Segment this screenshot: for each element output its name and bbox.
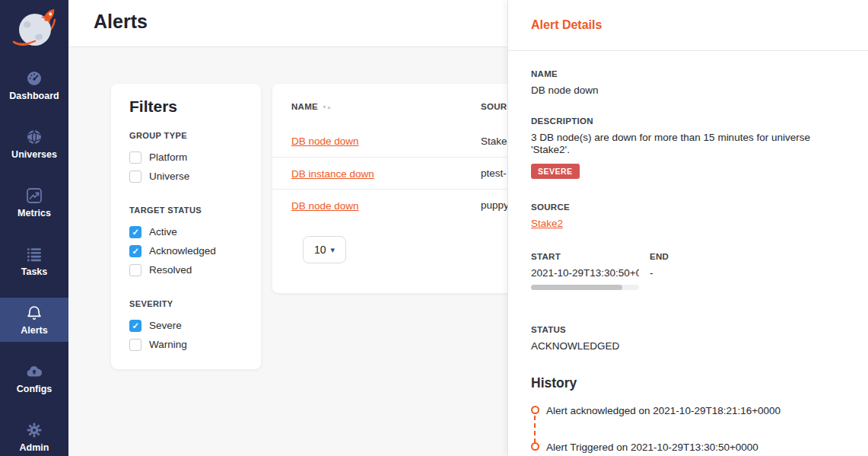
sidebar-item-label: Metrics — [0, 208, 68, 218]
filters-title: Filters — [129, 97, 243, 116]
history-item: Alert Triggered on 2021-10-29T13:30:50+0… — [531, 442, 845, 453]
history-item-text: Alert acknowledged on 2021-10-29T18:21:1… — [546, 405, 781, 416]
sidebar: Dashboard Universes Metrics Tasks Alerts — [0, 0, 68, 456]
filter-option-label: Warning — [149, 339, 187, 350]
sidebar-item-configs[interactable]: Configs — [0, 356, 68, 400]
name-value: DB node down — [531, 85, 845, 97]
timeline-dot-icon — [531, 406, 539, 414]
configs-cloud-icon — [0, 362, 68, 382]
filter-option-label: Active — [149, 226, 177, 238]
filters-panel: Filters GROUP TYPE Platform Universe TAR… — [111, 84, 261, 369]
filter-option-active[interactable]: Active — [129, 222, 243, 241]
name-label: NAME — [531, 69, 845, 80]
start-scrollbar-track — [531, 285, 639, 290]
description-label: DESCRIPTION — [531, 116, 845, 127]
checkbox-resolved[interactable] — [129, 264, 141, 276]
alert-details-body: NAME DB node down DESCRIPTION 3 DB node(… — [508, 51, 868, 453]
sidebar-item-label: Dashboard — [0, 91, 68, 101]
checkbox-active[interactable] — [129, 226, 141, 238]
app-window: Dashboard Universes Metrics Tasks Alerts — [0, 0, 868, 456]
filter-option-label: Acknowledged — [149, 245, 216, 257]
section-description: DESCRIPTION 3 DB node(s) are down for mo… — [531, 116, 845, 179]
end-column: END - — [650, 251, 669, 290]
section-start-end: START 2021-10-29T13:30:50+0000 END - — [531, 251, 845, 290]
checkbox-universe[interactable] — [129, 171, 141, 183]
sidebar-item-metrics[interactable]: Metrics — [0, 180, 68, 225]
sidebar-item-tasks[interactable]: Tasks — [0, 239, 68, 283]
sidebar-item-dashboard[interactable]: Dashboard — [0, 63, 68, 107]
filter-option-platform[interactable]: Platform — [129, 148, 243, 167]
sidebar-item-label: Tasks — [0, 266, 68, 277]
checkbox-acknowledged[interactable] — [129, 245, 141, 257]
admin-gear-icon — [0, 421, 68, 441]
section-history: History Alert acknowledged on 2021-10-29… — [531, 375, 845, 453]
filter-group-label-group-type: GROUP TYPE — [129, 131, 243, 140]
column-header-name[interactable]: NAME▼▲ — [291, 102, 481, 125]
metrics-icon — [0, 187, 68, 206]
alerts-bell-icon — [0, 304, 68, 324]
alert-details-title: Alert Details — [531, 18, 602, 32]
chevron-down-icon: ▾ — [331, 245, 335, 255]
start-scrollbar-thumb[interactable] — [531, 285, 622, 290]
section-name: NAME DB node down — [531, 69, 845, 97]
dashboard-icon — [0, 69, 68, 89]
filter-option-label: Platform — [149, 151, 187, 163]
description-value: 3 DB node(s) are down for more than 15 m… — [531, 132, 845, 156]
filter-option-resolved[interactable]: Resolved — [129, 260, 243, 279]
filter-option-label: Universe — [149, 171, 189, 182]
source-link[interactable]: Stake2 — [531, 218, 563, 229]
sidebar-item-alerts[interactable]: Alerts — [0, 298, 68, 342]
alert-details-header: Alert Details — [508, 0, 868, 51]
alert-details-panel: Alert Details NAME DB node down DESCRIPT… — [507, 0, 868, 456]
history-timeline: Alert acknowledged on 2021-10-29T18:21:1… — [531, 405, 845, 453]
filter-option-label: Severe — [149, 320, 182, 331]
status-value: ACKNOWLEDGED — [531, 340, 845, 352]
alert-name-link[interactable]: DB node down — [291, 136, 359, 147]
alert-name-link[interactable]: DB instance down — [291, 168, 374, 180]
sidebar-item-label: Configs — [0, 384, 68, 394]
filter-option-acknowledged[interactable]: Acknowledged — [129, 241, 243, 260]
status-label: STATUS — [531, 324, 845, 336]
history-item-text: Alert Triggered on 2021-10-29T13:30:50+0… — [546, 442, 758, 453]
yugabyte-logo[interactable] — [0, 5, 68, 55]
timeline-dot-icon — [531, 442, 539, 451]
source-label: SOURCE — [531, 202, 845, 213]
checkbox-platform[interactable] — [129, 151, 141, 164]
planet-rocket-logo-icon — [10, 7, 59, 53]
filter-option-universe[interactable]: Universe — [129, 167, 243, 186]
start-label: START — [531, 251, 639, 263]
filter-option-warning[interactable]: Warning — [129, 335, 243, 354]
page-size-value: 10 — [314, 244, 326, 256]
page-title: Alerts — [94, 11, 148, 33]
start-column: START 2021-10-29T13:30:50+0000 — [531, 251, 639, 290]
sidebar-item-label: Alerts — [0, 325, 68, 336]
sidebar-item-universes[interactable]: Universes — [0, 122, 68, 166]
filter-option-label: Resolved — [149, 264, 192, 276]
filter-group-label-severity: SEVERITY — [129, 299, 243, 308]
filter-option-severe[interactable]: Severe — [129, 316, 243, 335]
alert-name-link[interactable]: DB node down — [291, 200, 359, 212]
page-size-dropdown[interactable]: 10 ▾ — [303, 236, 346, 263]
sidebar-item-admin[interactable]: Admin — [0, 415, 68, 456]
universes-icon — [0, 128, 68, 148]
tasks-icon — [0, 245, 68, 265]
timeline-dashed-connector — [534, 416, 536, 443]
section-source: SOURCE Stake2 — [531, 202, 845, 230]
end-value: - — [650, 267, 669, 279]
history-title: History — [531, 375, 845, 391]
section-status: STATUS ACKNOWLEDGED — [531, 324, 845, 352]
end-label: END — [650, 251, 669, 263]
sidebar-item-label: Universes — [0, 149, 68, 160]
history-item: Alert acknowledged on 2021-10-29T18:21:1… — [531, 405, 845, 416]
start-value: 2021-10-29T13:30:50+0000 — [531, 267, 639, 279]
severity-badge: SEVERE — [531, 164, 580, 179]
filter-group-label-target-status: TARGET STATUS — [129, 206, 243, 215]
checkbox-warning[interactable] — [129, 339, 141, 351]
sidebar-item-label: Admin — [0, 442, 68, 453]
checkbox-severe[interactable] — [129, 320, 141, 332]
sort-icons[interactable]: ▼▲ — [322, 104, 331, 110]
